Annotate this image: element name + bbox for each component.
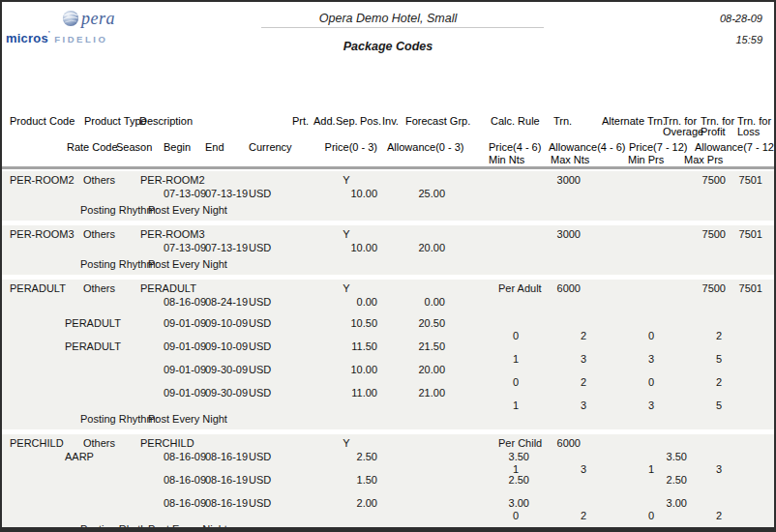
- package-minmax-row: 1313: [2, 464, 774, 474]
- end-date-cell: 08-24-19: [205, 296, 248, 309]
- min-nts-cell: 1: [461, 354, 519, 364]
- price-0-3-cell: 0.00: [319, 296, 377, 309]
- report-page: pera micros’ FIDELIO Opera Demo Hotel, S…: [0, 0, 776, 532]
- end-date-cell: 07-13-19: [205, 242, 248, 254]
- price-0-3-cell: 11.50: [319, 340, 377, 353]
- min-prs-cell: 3: [596, 354, 654, 364]
- package-detail-row: PERADULT09-01-0909-10-09USD11.5021.50: [2, 340, 774, 354]
- min-nts-cell: 0: [461, 511, 519, 520]
- allowance-0-3-cell: 21.50: [387, 340, 445, 353]
- trn-loss-cell: 7501: [718, 282, 762, 295]
- description-cell: PERADULT: [140, 282, 196, 295]
- end-date-cell: 08-16-19: [205, 451, 248, 463]
- col-header-allowance-4-6: Allowance(4 - 6): [549, 142, 625, 153]
- col-header-product-type: Product Type: [84, 116, 147, 127]
- col-header-season: Season: [116, 142, 152, 153]
- currency-cell: USD: [249, 188, 271, 200]
- col-header-trn-for-loss: Trn. for Loss: [737, 116, 776, 137]
- posting-rhythm-value: Post Every Night: [148, 413, 227, 426]
- col-header-inv: Inv.: [382, 116, 399, 127]
- min-nts-cell: 0: [461, 377, 519, 387]
- min-nts-cell: 1: [461, 400, 519, 410]
- min-prs-cell: 0: [596, 377, 654, 387]
- price-7-12-cell: 2.50: [629, 474, 687, 487]
- sep-flag-cell: Y: [340, 228, 353, 241]
- product-type-cell: Others: [83, 437, 115, 450]
- package-detail-row: 08-16-0908-16-19USD2.003.003.00: [2, 497, 774, 511]
- product-type-cell: Others: [83, 228, 115, 241]
- allowance-0-3-cell: 20.50: [387, 317, 445, 330]
- begin-date-cell: 09-01-09: [164, 387, 206, 399]
- begin-date-cell: 08-16-09: [164, 296, 206, 309]
- max-prs-cell: 2: [664, 511, 722, 520]
- col-header-price-7-12: Price(7 - 12): [629, 142, 688, 153]
- col-header-prt: Prt.: [292, 116, 309, 127]
- sep-flag-cell: Y: [340, 282, 353, 295]
- hotel-title: Opera Demo Hotel, Small: [2, 12, 774, 25]
- allowance-0-3-cell: 25.00: [387, 188, 445, 200]
- price-0-3-cell: 10.00: [319, 364, 377, 376]
- trn-code-cell: 3000: [532, 228, 581, 241]
- allowance-0-3-cell: 20.00: [387, 364, 445, 376]
- package-group: PERCHILDOthersPERCHILDYPer Child6000AARP…: [2, 434, 774, 532]
- package-minmax-row: 0202: [2, 377, 774, 387]
- col-header-allowance-0-3: Allowance(0 - 3): [387, 142, 445, 153]
- min-prs-cell: 0: [596, 511, 654, 520]
- package-detail-row: 09-01-0909-30-09USD11.0021.00: [2, 387, 774, 400]
- package-detail-row: 08-16-0908-24-19USD0.000.00: [2, 296, 774, 310]
- package-minmax-row: 0202: [2, 511, 774, 520]
- max-nts-cell: 2: [528, 511, 586, 520]
- posting-rhythm-label: Posting Rhythm:: [80, 523, 159, 532]
- package-minmax-row: 1335: [2, 354, 774, 364]
- col-header-alternate-trn: Alternate Trn.: [602, 116, 666, 127]
- allowance-0-3-cell: 20.00: [387, 242, 445, 254]
- price-0-3-cell: 10.50: [319, 317, 377, 330]
- package-group: PER-ROOM3OthersPER-ROOM3Y30007500750107-…: [2, 225, 774, 275]
- end-date-cell: 08-16-19: [205, 497, 248, 510]
- rate-code-cell: AARP: [65, 451, 94, 463]
- max-nts-cell: 3: [528, 464, 586, 474]
- description-cell: PER-ROOM3: [140, 228, 205, 241]
- posting-rhythm-value: Post Every Night: [148, 258, 227, 271]
- trn-code-cell: 3000: [532, 174, 581, 187]
- price-0-3-cell: 11.00: [319, 387, 377, 399]
- package-detail-row: 08-16-0908-16-19USD1.502.502.50: [2, 474, 774, 488]
- begin-date-cell: 07-13-09: [164, 242, 206, 254]
- report-body: PER-ROOM2OthersPER-ROOM2Y30007500750107-…: [2, 171, 774, 532]
- col-header-trn: Trn.: [553, 116, 572, 127]
- product-type-cell: Others: [83, 282, 115, 295]
- min-prs-cell: 3: [596, 400, 654, 410]
- currency-cell: USD: [249, 474, 271, 487]
- price-4-6-cell: 3.00: [471, 497, 529, 510]
- package-detail-row: 07-13-0907-13-19USD10.0025.00: [2, 188, 774, 201]
- package-detail-row: AARP08-16-0908-16-19USD2.503.503.50: [2, 451, 774, 464]
- price-0-3-cell: 2.50: [319, 451, 377, 463]
- currency-cell: USD: [249, 387, 271, 399]
- price-0-3-cell: 10.00: [319, 188, 377, 200]
- posting-rhythm-row: Posting Rhythm:Post Every Night: [2, 204, 774, 218]
- end-date-cell: 07-13-19: [205, 188, 248, 200]
- currency-cell: USD: [249, 497, 271, 510]
- col-header-min-nts: Min Nts: [489, 155, 524, 165]
- currency-cell: USD: [249, 296, 271, 309]
- package-main-row: PERCHILDOthersPERCHILDYPer Child6000: [2, 437, 774, 451]
- posting-rhythm-label: Posting Rhythm:: [80, 258, 159, 271]
- currency-cell: USD: [249, 317, 271, 330]
- begin-date-cell: 09-01-09: [164, 317, 206, 330]
- currency-cell: USD: [249, 340, 271, 353]
- end-date-cell: 08-16-19: [205, 474, 248, 487]
- col-header-add: Add.: [313, 116, 336, 127]
- min-nts-cell: 0: [461, 331, 519, 340]
- begin-date-cell: 09-01-09: [164, 364, 206, 376]
- end-date-cell: 09-30-09: [205, 364, 248, 376]
- sep-flag-cell: Y: [340, 437, 353, 450]
- max-prs-cell: 3: [664, 464, 722, 474]
- package-main-row: PER-ROOM2OthersPER-ROOM2Y300075007501: [2, 174, 774, 188]
- min-nts-cell: 1: [461, 464, 519, 474]
- description-cell: PERCHILD: [140, 437, 194, 450]
- package-group: PER-ROOM2OthersPER-ROOM2Y30007500750107-…: [2, 171, 774, 221]
- currency-cell: USD: [249, 242, 271, 254]
- price-4-6-cell: 2.50: [471, 474, 529, 487]
- trn-code-cell: 6000: [532, 282, 581, 295]
- package-detail-row: 07-13-0907-13-19USD10.0020.00: [2, 242, 774, 255]
